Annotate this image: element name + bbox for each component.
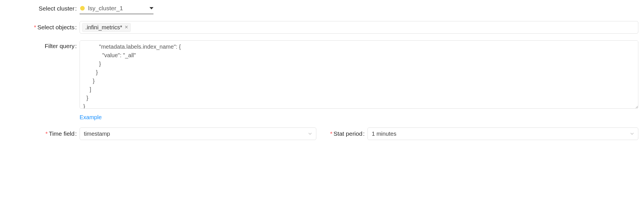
cluster-select[interactable]: lsy_cluster_1 xyxy=(80,3,153,14)
close-icon[interactable]: ✕ xyxy=(124,25,128,30)
chevron-down-icon xyxy=(308,132,312,136)
cluster-select-value: lsy_cluster_1 xyxy=(88,5,141,12)
time-field-label: *Time field: xyxy=(6,128,80,139)
objects-multiselect[interactable]: .infini_metrics* ✕ xyxy=(80,21,638,34)
object-tag-label: .infini_metrics* xyxy=(85,24,122,31)
stat-period-value: 1 minutes xyxy=(372,131,628,137)
filter-query-label: Filter query: xyxy=(6,40,80,52)
caret-down-icon xyxy=(149,7,153,9)
time-field-select[interactable]: timestamp xyxy=(80,127,316,140)
select-cluster-label: Select cluster: xyxy=(6,3,80,14)
object-tag: .infini_metrics* ✕ xyxy=(82,23,131,32)
chevron-down-icon xyxy=(630,132,634,136)
example-link[interactable]: Example xyxy=(80,114,102,121)
stat-period-select[interactable]: 1 minutes xyxy=(367,127,638,140)
filter-query-textarea[interactable] xyxy=(80,40,638,109)
stat-period-label: *Stat period: xyxy=(328,128,367,139)
time-field-value: timestamp xyxy=(84,131,306,137)
cluster-status-dot-icon xyxy=(80,6,85,11)
select-objects-label: *Select objects: xyxy=(6,22,80,33)
